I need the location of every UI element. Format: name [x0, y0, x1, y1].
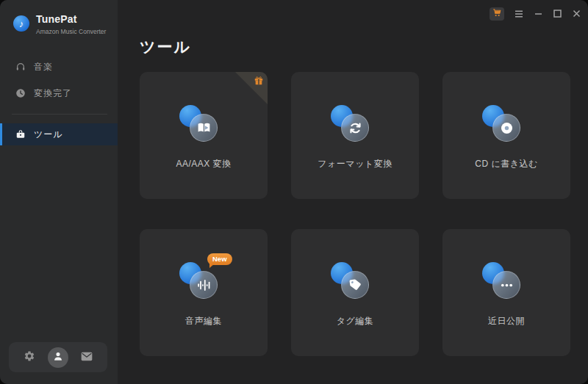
tool-icon-cluster: New [140, 229, 268, 356]
tool-card-tag-edit[interactable]: タグ編集 [291, 229, 419, 356]
mail-icon [81, 351, 93, 364]
disc-icon [492, 114, 520, 142]
sidebar: ♪ TunePat Amazon Music Converter 音楽 [0, 0, 118, 384]
maximize-button[interactable] [553, 10, 562, 18]
sync-arrows-icon [341, 114, 369, 142]
sidebar-item-label: 音楽 [34, 61, 53, 73]
ellipsis-icon [492, 271, 520, 299]
tool-card-coming-soon[interactable]: 近日公開 [442, 229, 570, 356]
sidebar-item-label: ツール [34, 128, 63, 141]
tool-card-format-convert[interactable]: フォーマット変換 [291, 72, 419, 199]
app-brand: ♪ TunePat Amazon Music Converter [13, 13, 106, 35]
music-note-icon: ♪ [13, 15, 29, 32]
headphones-icon [15, 62, 26, 72]
minimize-button[interactable] [534, 10, 542, 18]
minimize-icon [534, 7, 542, 21]
clock-icon [15, 88, 26, 98]
app-name: TunePat [36, 13, 106, 25]
sidebar-divider [12, 114, 107, 115]
hamburger-menu-icon [514, 7, 523, 21]
settings-button[interactable] [21, 349, 38, 366]
tool-icon-cluster [442, 72, 570, 199]
gear-icon [24, 350, 35, 365]
audiobook-play-icon [190, 114, 218, 142]
tools-grid: AA/AAX 変換 フォーマット変換 [140, 72, 570, 356]
tool-card-audio-edit[interactable]: New 音声編集 [140, 229, 268, 356]
tool-icon-cluster [140, 72, 268, 199]
app-window: ♪ TunePat Amazon Music Converter 音楽 [0, 0, 588, 384]
account-button[interactable] [48, 347, 68, 368]
waveform-icon [190, 271, 218, 299]
sidebar-nav: 音楽 変換完了 [0, 56, 118, 145]
tool-card-label: 近日公開 [442, 315, 570, 327]
tool-card-label: AA/AAX 変換 [140, 158, 268, 170]
sidebar-item-tools[interactable]: ツール [0, 123, 118, 145]
titlebar-controls [490, 7, 581, 21]
tag-icon [341, 271, 369, 299]
tool-card-label: 音声編集 [140, 315, 268, 327]
sidebar-item-converted[interactable]: 変換完了 [0, 82, 118, 104]
close-button[interactable] [572, 10, 581, 18]
tool-card-label: CD に書き込む [442, 158, 570, 170]
sidebar-dock [9, 342, 107, 372]
tool-card-label: タグ編集 [291, 315, 419, 327]
close-icon [573, 7, 581, 21]
tool-card-label: フォーマット変換 [291, 158, 419, 170]
tool-icon-cluster [291, 72, 419, 199]
tool-card-aa-aax-convert[interactable]: AA/AAX 変換 [140, 72, 268, 199]
sidebar-item-music[interactable]: 音楽 [0, 56, 118, 78]
app-subtitle: Amazon Music Converter [36, 28, 106, 35]
tool-icon-cluster [442, 229, 570, 356]
feedback-button[interactable] [78, 349, 96, 366]
person-icon [52, 350, 64, 365]
purchase-button[interactable] [490, 7, 504, 21]
sidebar-item-label: 変換完了 [34, 87, 72, 100]
page-title: ツール [140, 37, 191, 57]
maximize-icon [553, 7, 562, 21]
new-badge: New [207, 253, 232, 265]
cart-icon [492, 7, 502, 21]
toolbox-icon [15, 129, 26, 140]
menu-button[interactable] [514, 10, 523, 18]
tool-icon-cluster [291, 229, 419, 356]
tool-card-burn-cd[interactable]: CD に書き込む [442, 72, 570, 199]
